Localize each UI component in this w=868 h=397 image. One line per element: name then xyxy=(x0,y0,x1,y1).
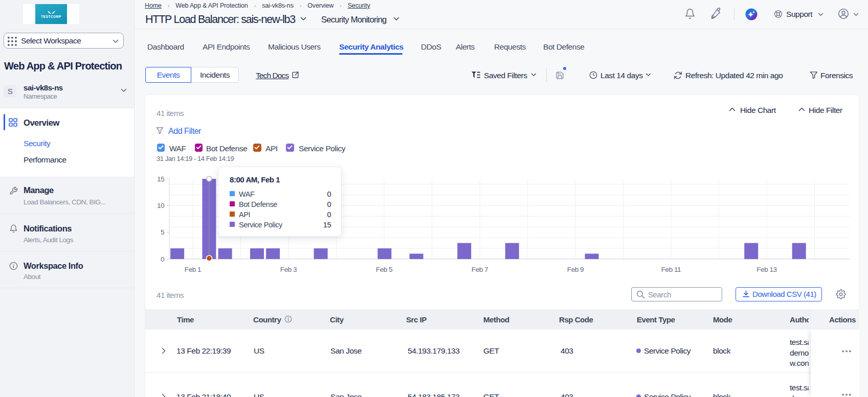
svg-text:Feb 11: Feb 11 xyxy=(661,266,681,273)
svg-text:10: 10 xyxy=(157,202,164,209)
svg-text:0: 0 xyxy=(161,255,164,263)
svg-text:Feb 9: Feb 9 xyxy=(567,266,584,273)
svg-text:Feb 13: Feb 13 xyxy=(756,266,776,273)
svg-text:Feb 3: Feb 3 xyxy=(280,266,297,273)
svg-text:5: 5 xyxy=(161,228,164,236)
svg-text:Feb 7: Feb 7 xyxy=(472,266,488,273)
svg-text:Feb 1: Feb 1 xyxy=(185,266,201,273)
svg-text:15: 15 xyxy=(157,175,164,183)
svg-text:Feb 5: Feb 5 xyxy=(376,266,392,273)
